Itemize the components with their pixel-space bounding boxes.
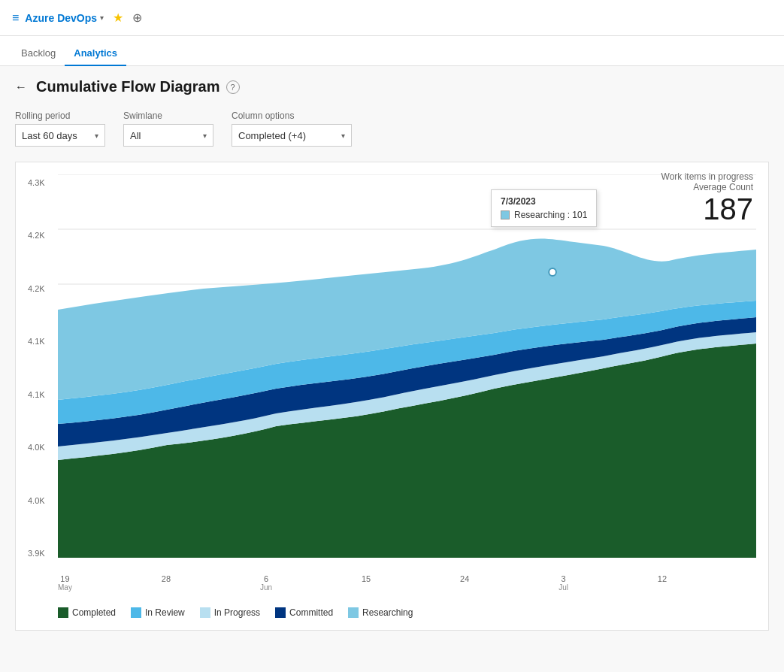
tooltip-item: Researching : 101 [501, 210, 587, 220]
tab-analytics[interactable]: Analytics [65, 41, 126, 66]
chart-container: Work items in progress Average Count 187… [15, 162, 769, 631]
legend-label-researching: Researching [362, 607, 413, 618]
legend-item-researching: Researching [348, 607, 413, 618]
tooltip-label: Researching : 101 [514, 210, 587, 220]
x-day: 6 [264, 574, 268, 583]
x-day: 24 [460, 574, 469, 583]
back-button[interactable]: ← [15, 80, 27, 94]
legend-label-completed: Completed [72, 607, 116, 618]
tooltip-date: 7/3/2023 [501, 196, 587, 207]
x-label: 19 May [58, 574, 72, 592]
page-title: Cumulative Flow Diagram [36, 78, 220, 95]
legend-label-in-review: In Review [145, 607, 185, 618]
y-label: 4.1K [28, 337, 58, 346]
tab-backlog[interactable]: Backlog [12, 41, 65, 66]
chevron-down-icon[interactable]: ▾ [100, 14, 104, 22]
x-month: May [58, 583, 72, 592]
swimlane-chevron: ▾ [203, 132, 207, 140]
app-icon: ≡ [12, 11, 19, 25]
legend-item-completed: Completed [58, 607, 116, 618]
y-label: 4.1K [28, 390, 58, 399]
favorite-icon[interactable]: ★ [113, 11, 123, 25]
column-options-value: Completed (+4) [238, 130, 335, 141]
x-label: 6 Jun [260, 574, 272, 592]
legend-swatch-in-review [131, 607, 141, 618]
x-day: 28 [162, 574, 171, 583]
legend-swatch-in-progress [200, 607, 210, 618]
y-label: 4.0K [28, 443, 58, 452]
stats-label1: Work items in progress [661, 171, 753, 182]
x-label: 24 [460, 574, 469, 592]
legend-item-committed: Committed [275, 607, 333, 618]
legend-label-in-progress: In Progress [214, 607, 260, 618]
rolling-period-label: Rolling period [15, 110, 105, 121]
legend-swatch-committed [275, 607, 286, 618]
nav-tabs: Backlog Analytics [0, 36, 784, 66]
y-label: 3.9K [28, 549, 58, 558]
rolling-period-select[interactable]: Last 60 days ▾ [15, 124, 105, 147]
x-day: 15 [362, 574, 371, 583]
column-options-filter: Column options Completed (+4) ▾ [232, 110, 352, 147]
legend-item-in-review: In Review [131, 607, 185, 618]
x-day: 19 [60, 574, 69, 583]
help-icon[interactable]: ? [226, 80, 240, 94]
chart-legend: Completed In Review In Progress Committe… [28, 601, 756, 618]
chart-svg [58, 174, 756, 558]
column-options-chevron: ▾ [341, 132, 345, 140]
chart-area: 4.3K 4.2K 4.2K 4.1K 4.1K 4.0K 4.0K 3.9K [28, 174, 756, 595]
tooltip-color-swatch [501, 210, 510, 219]
filters-row: Rolling period Last 60 days ▾ Swimlane A… [15, 110, 769, 147]
swimlane-select[interactable]: All ▾ [123, 124, 213, 147]
y-label: 4.0K [28, 496, 58, 505]
page-content: ← Cumulative Flow Diagram ? Rolling peri… [0, 66, 784, 672]
y-axis: 4.3K 4.2K 4.2K 4.1K 4.1K 4.0K 4.0K 3.9K [28, 174, 58, 558]
app-header: ≡ Azure DevOps ▾ ★ ⊕ [0, 0, 784, 36]
rolling-period-chevron: ▾ [95, 132, 98, 140]
chart-stats: Work items in progress Average Count 187 [661, 171, 753, 226]
chart-plot: 7/3/2023 Researching : 101 [58, 174, 756, 558]
y-label: 4.2K [28, 284, 58, 293]
people-icon[interactable]: ⊕ [132, 11, 142, 25]
legend-item-in-progress: In Progress [200, 607, 260, 618]
legend-swatch-researching [348, 607, 359, 618]
x-label: 12 [658, 574, 667, 592]
page-header: ← Cumulative Flow Diagram ? [15, 78, 769, 95]
column-options-select[interactable]: Completed (+4) ▾ [232, 124, 352, 147]
y-label: 4.2K [28, 231, 58, 240]
rolling-period-filter: Rolling period Last 60 days ▾ [15, 110, 105, 147]
chart-tooltip: 7/3/2023 Researching : 101 [491, 189, 597, 227]
x-label: 15 [362, 574, 371, 592]
legend-swatch-completed [58, 607, 68, 618]
app-title[interactable]: Azure DevOps [25, 12, 97, 24]
x-month: Jun [260, 583, 272, 592]
x-day: 3 [561, 574, 565, 583]
stats-label2: Average Count [661, 182, 753, 192]
x-month: Jul [558, 583, 568, 592]
x-day: 12 [658, 574, 667, 583]
stats-value: 187 [661, 192, 753, 226]
column-options-label: Column options [232, 110, 352, 121]
swimlane-value: All [130, 130, 197, 141]
tooltip-dot [549, 268, 556, 276]
x-label: 3 Jul [558, 574, 568, 592]
rolling-period-value: Last 60 days [22, 130, 89, 141]
y-label: 4.3K [28, 178, 58, 187]
legend-label-committed: Committed [289, 607, 333, 618]
swimlane-filter: Swimlane All ▾ [123, 110, 213, 147]
x-axis: 19 May 28 6 Jun 15 24 [58, 574, 756, 592]
swimlane-label: Swimlane [123, 110, 213, 121]
x-label: 28 [162, 574, 171, 592]
